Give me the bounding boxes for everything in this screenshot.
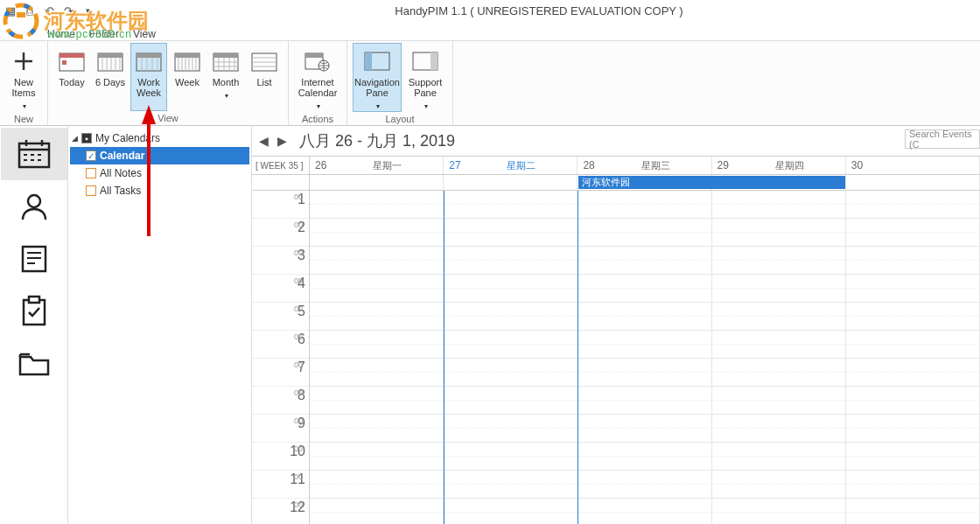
minute-label: 00 xyxy=(294,332,303,341)
svg-rect-7 xyxy=(62,60,66,65)
qat-print-icon[interactable]: ⎙ xyxy=(23,3,37,17)
grid-column[interactable]: 000000000000000000000000 xyxy=(310,191,444,524)
qat-redo-icon[interactable]: ↷ xyxy=(61,3,75,17)
dropdown-icon xyxy=(374,100,380,111)
day-number: 29 xyxy=(712,159,734,171)
quick-access-toolbar: ▦ ⎙ ↶ ↷ ▾ xyxy=(0,3,98,17)
checkbox[interactable] xyxy=(86,168,96,178)
tree-item[interactable]: ✓Calendar xyxy=(70,147,249,164)
next-button[interactable]: ▶ xyxy=(276,134,289,148)
checkbox[interactable] xyxy=(86,185,96,196)
work-week-icon xyxy=(135,47,163,75)
grid-column[interactable] xyxy=(846,191,980,524)
search-events-input[interactable]: Search Events (C xyxy=(905,129,980,149)
window-title: HandyPIM 1.1 ( UNREGISTERED EVALUATION C… xyxy=(98,4,980,17)
day-name: 星期二 xyxy=(466,159,578,172)
week-icon xyxy=(173,47,201,75)
new-items-button[interactable]: New Items xyxy=(5,43,42,112)
collapse-icon[interactable]: ◢ xyxy=(72,134,78,143)
six-days-button[interactable]: 6 Days xyxy=(92,43,129,111)
day-number: 28 xyxy=(578,159,599,171)
tab-folder[interactable]: Folder xyxy=(89,28,119,40)
tree-root[interactable]: ◢ ▪ My Calendars xyxy=(70,129,249,147)
svg-rect-9 xyxy=(98,53,122,58)
work-week-button[interactable]: Work Week xyxy=(130,43,167,111)
minute-label: 00 xyxy=(294,220,303,229)
calendar-view: Search Events (C ◀ ▶ 八月 26 - 九月 1, 2019 … xyxy=(252,126,980,524)
allday-slot[interactable] xyxy=(310,175,444,190)
nav-contacts[interactable] xyxy=(1,180,67,233)
list-icon xyxy=(250,47,278,75)
tree-item[interactable]: All Notes xyxy=(70,164,249,182)
day-number: 27 xyxy=(444,159,466,171)
today-button[interactable]: Today xyxy=(53,43,90,111)
time-grid: 123456789101112 000000000000000000000000 xyxy=(252,191,980,524)
minute-label: 00 xyxy=(294,304,303,313)
allday-slot[interactable] xyxy=(444,175,578,190)
qat-dropdown-icon[interactable]: ▾ xyxy=(80,3,94,17)
minute-label: 00 xyxy=(294,388,303,397)
checkbox[interactable]: ▪ xyxy=(81,133,92,143)
ribbon-tabs: Home Folder View xyxy=(0,21,980,40)
day-header[interactable]: 26星期一 xyxy=(310,157,444,174)
tab-view[interactable]: View xyxy=(133,28,156,40)
allday-row: 河东软件园 xyxy=(252,175,980,191)
allday-slot[interactable] xyxy=(712,175,846,190)
nav-tasks[interactable] xyxy=(1,285,67,338)
group-label-layout: Layout xyxy=(385,112,414,126)
ribbon-group-new: New Items New xyxy=(0,41,48,125)
support-pane-icon xyxy=(411,47,439,75)
minute-label: 00 xyxy=(294,276,303,285)
list-button[interactable]: List xyxy=(246,43,283,111)
minute-label: 00 xyxy=(294,444,303,453)
day-header[interactable]: 29星期四 xyxy=(712,157,846,174)
day-number: 26 xyxy=(310,159,332,171)
nav-notes[interactable] xyxy=(1,233,67,285)
ribbon-group-view: Today 6 Days Work Week Week Month Li xyxy=(48,41,289,125)
svg-rect-64 xyxy=(29,297,39,303)
grid-column[interactable] xyxy=(578,191,712,524)
dropdown-icon xyxy=(223,89,228,101)
support-pane-button[interactable]: Support Pane xyxy=(403,43,447,112)
group-label-new: New xyxy=(14,112,33,126)
minute-label: 00 xyxy=(294,500,303,509)
svg-rect-47 xyxy=(430,52,438,70)
allday-slot[interactable] xyxy=(846,175,980,190)
internet-calendar-button[interactable]: Internet Calendar xyxy=(294,43,341,112)
grid-column[interactable] xyxy=(712,191,846,524)
minute-label: 00 xyxy=(294,416,303,425)
dropdown-icon xyxy=(21,100,26,111)
qat-save-icon[interactable]: ▦ xyxy=(4,3,18,17)
dropdown-icon xyxy=(423,100,428,111)
qat-undo-icon[interactable]: ↶ xyxy=(42,3,56,17)
tree-root-label: My Calendars xyxy=(95,132,160,144)
day-header-row: [ WEEK 35 ] 26星期一27星期二28星期三29星期四30 xyxy=(252,156,980,175)
ribbon-group-layout: Navigation Pane Support Pane Layout xyxy=(347,41,453,125)
week-label: [ WEEK 35 ] xyxy=(252,157,310,174)
month-button[interactable]: Month xyxy=(207,43,244,111)
navigation-pane-button[interactable]: Navigation Pane xyxy=(353,43,402,112)
week-button[interactable]: Week xyxy=(169,43,206,111)
grid-column[interactable] xyxy=(444,191,578,524)
ribbon: New Items New Today 6 Days Work Week Wee… xyxy=(0,40,980,126)
day-header[interactable]: 28星期三 xyxy=(578,157,711,174)
minute-label: 00 xyxy=(294,192,303,201)
minute-label: 00 xyxy=(294,360,303,369)
allday-slot[interactable]: 河东软件园 xyxy=(578,175,711,190)
day-header[interactable]: 30 xyxy=(846,157,980,174)
checkbox[interactable]: ✓ xyxy=(86,150,96,161)
day-name: 星期一 xyxy=(332,159,443,172)
tree-item[interactable]: All Tasks xyxy=(70,182,249,199)
calendar-header: ◀ ▶ 八月 26 - 九月 1, 2019 xyxy=(252,126,980,156)
tab-home[interactable]: Home xyxy=(47,28,75,40)
folder-tree: ◢ ▪ My Calendars ✓CalendarAll NotesAll T… xyxy=(68,126,252,524)
svg-rect-6 xyxy=(60,53,84,58)
prev-button[interactable]: ◀ xyxy=(257,134,270,148)
plus-icon xyxy=(10,47,38,75)
group-label-actions: Actions xyxy=(302,112,333,126)
svg-rect-42 xyxy=(305,53,323,58)
grid-columns: 000000000000000000000000 xyxy=(310,191,980,524)
nav-folders[interactable] xyxy=(1,338,67,390)
day-header[interactable]: 27星期二 xyxy=(444,157,578,174)
nav-calendar[interactable] xyxy=(1,128,67,180)
